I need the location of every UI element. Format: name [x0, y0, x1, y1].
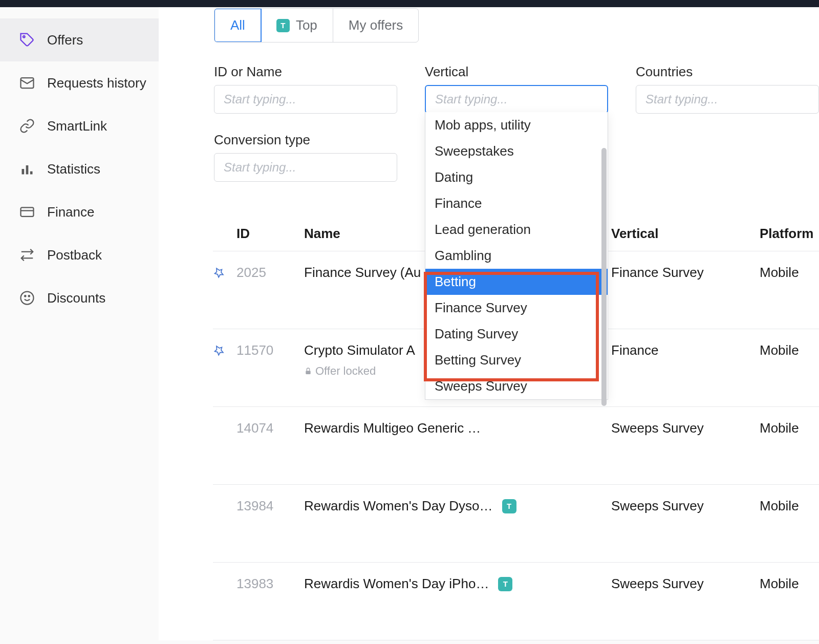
col-header-id[interactable]: ID [236, 226, 304, 242]
dropdown-option[interactable]: Sweeps Survey [425, 373, 608, 399]
countries-input[interactable] [636, 85, 819, 114]
filter-id-name: ID or Name [214, 64, 397, 114]
tab-label: All [230, 17, 245, 33]
cell-name: Rewardis Multigeo Generic … [304, 420, 611, 436]
dropdown-option[interactable]: Finance [425, 190, 608, 217]
offer-name[interactable]: Rewardis Women's Day iPho… [304, 576, 489, 592]
dropdown-option[interactable]: Dating [425, 164, 608, 190]
dropdown-option[interactable]: Betting [425, 269, 608, 295]
cell-vertical: Finance Survey [611, 265, 760, 281]
sidebar-item-label: Postback [47, 247, 102, 263]
mail-icon [19, 75, 35, 91]
cell-platform: Mobile [760, 420, 819, 436]
dropdown-option[interactable]: Lead generation [425, 217, 608, 243]
lock-icon [304, 367, 312, 375]
swap-icon [19, 247, 35, 263]
svg-point-7 [21, 292, 34, 305]
tab-label: My offers [349, 17, 403, 33]
dropdown-scroll[interactable]: Mob apps, utilitySweepstakesDatingFinanc… [425, 112, 608, 399]
top-bar [0, 0, 819, 7]
sidebar: Offers Requests history SmartLink Statis… [0, 7, 159, 640]
sidebar-item-label: SmartLink [47, 118, 107, 134]
scrollbar[interactable] [601, 148, 607, 406]
id-name-input[interactable] [214, 85, 397, 114]
cell-vertical: Finance [611, 342, 760, 358]
cell-vertical: Sweeps Survey [611, 576, 760, 592]
col-header-platform[interactable]: Platform [760, 226, 819, 242]
sidebar-item-postback[interactable]: Postback [0, 233, 159, 276]
tab-label: Top [296, 17, 317, 33]
tab-my-offers[interactable]: My offers [333, 9, 418, 42]
cell-name: Rewardis Women's Day Dyso…T [304, 498, 611, 514]
col-header-vertical[interactable]: Vertical [611, 226, 760, 242]
dropdown-option[interactable]: Gambling [425, 243, 608, 269]
vertical-input[interactable] [425, 85, 608, 114]
sidebar-item-requests[interactable]: Requests history [0, 61, 159, 104]
sidebar-item-statistics[interactable]: Statistics [0, 147, 159, 190]
dropdown-option[interactable]: Mob apps, utility [425, 112, 608, 138]
dropdown-option[interactable]: Sweepstakes [425, 138, 608, 164]
sidebar-item-label: Finance [47, 204, 95, 220]
sidebar-item-offers[interactable]: Offers [0, 18, 159, 61]
top-badge-icon: T [498, 577, 512, 591]
smile-icon [19, 290, 35, 306]
dropdown-option[interactable]: Finance Survey [425, 295, 608, 321]
svg-rect-10 [306, 371, 310, 374]
sidebar-item-label: Offers [47, 32, 83, 48]
stats-icon [19, 161, 35, 177]
svg-rect-3 [26, 165, 29, 175]
sidebar-item-finance[interactable]: Finance [0, 190, 159, 233]
card-icon [19, 204, 35, 220]
link-icon [19, 118, 35, 134]
svg-point-8 [25, 295, 26, 297]
table-row[interactable]: 13983Rewardis Women's Day iPho…TSweeps S… [213, 563, 819, 640]
cell-platform: Mobile [760, 265, 819, 281]
tab-top[interactable]: T Top [261, 9, 333, 42]
cell-platform: Mobile [760, 498, 819, 514]
vertical-dropdown: Mob apps, utilitySweepstakesDatingFinanc… [425, 112, 608, 400]
cell-platform: Mobile [760, 576, 819, 592]
filter-countries: Countries [636, 64, 819, 114]
cell-name: Rewardis Women's Day iPho…T [304, 576, 611, 592]
svg-rect-4 [30, 171, 33, 175]
cell-id: 2025 [236, 265, 304, 281]
dropdown-option[interactable]: Betting Survey [425, 347, 608, 373]
svg-point-9 [29, 295, 30, 297]
svg-point-0 [23, 36, 25, 38]
pin-icon[interactable] [213, 345, 225, 357]
tabs: All T Top My offers [214, 8, 419, 42]
tab-all[interactable]: All [214, 8, 262, 42]
offer-name[interactable]: Rewardis Multigeo Generic … [304, 420, 481, 436]
cell-id: 13983 [236, 576, 304, 592]
sidebar-item-label: Statistics [47, 161, 100, 177]
svg-rect-5 [21, 207, 34, 217]
conversion-type-input[interactable] [214, 153, 397, 182]
top-badge-icon: T [276, 19, 290, 32]
main-content: All T Top My offers ID or Name Vertical … [159, 7, 819, 640]
filter-vertical: Vertical Mob apps, utilitySweepstakesDat… [425, 64, 608, 114]
dropdown-option[interactable]: Dating Survey [425, 321, 608, 347]
top-badge-icon: T [502, 499, 516, 513]
offer-name[interactable]: Finance Survey (Au [304, 265, 421, 281]
filter-label: ID or Name [214, 64, 397, 80]
sidebar-item-label: Discounts [47, 290, 105, 306]
svg-rect-2 [22, 169, 25, 175]
cell-platform: Mobile [760, 342, 819, 358]
cell-vertical: Sweeps Survey [611, 420, 760, 436]
offer-name[interactable]: Rewardis Women's Day Dyso… [304, 498, 493, 514]
cell-id: 14074 [236, 420, 304, 436]
pin-icon[interactable] [213, 267, 225, 279]
tag-icon [19, 32, 35, 48]
sidebar-item-smartlink[interactable]: SmartLink [0, 104, 159, 147]
sidebar-item-discounts[interactable]: Discounts [0, 276, 159, 319]
offer-name[interactable]: Crypto Simulator A [304, 342, 415, 358]
table-row[interactable]: 14074Rewardis Multigeo Generic …Sweeps S… [213, 407, 819, 485]
filter-label: Vertical [425, 64, 608, 80]
cell-vertical: Sweeps Survey [611, 498, 760, 514]
sidebar-item-label: Requests history [47, 75, 146, 91]
table-row[interactable]: 13984Rewardis Women's Day Dyso…TSweeps S… [213, 485, 819, 563]
filter-label: Countries [636, 64, 819, 80]
cell-id: 13984 [236, 498, 304, 514]
cell-id: 11570 [236, 342, 304, 358]
